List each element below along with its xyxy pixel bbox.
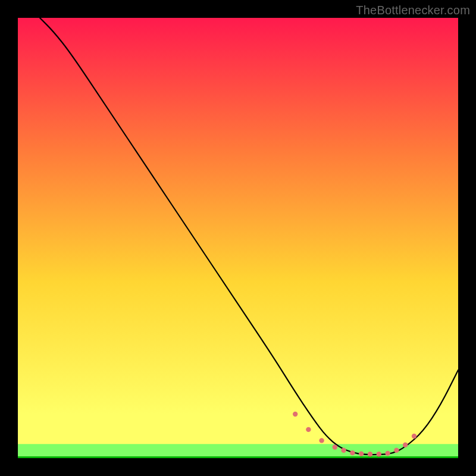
marker-dot	[377, 452, 381, 456]
marker-dot	[341, 448, 346, 453]
marker-dot	[403, 443, 408, 447]
marker-dot	[293, 412, 298, 416]
marker-dot	[306, 427, 311, 432]
green-band	[18, 444, 458, 456]
marker-dot	[368, 452, 372, 456]
marker-dot	[319, 438, 324, 443]
watermark-label: TheBottlenecker.com	[356, 4, 470, 17]
marker-dot	[333, 444, 337, 449]
marker-dot	[412, 434, 416, 439]
bottleneck-chart	[0, 0, 476, 476]
green-baseline	[18, 456, 458, 458]
marker-dot	[350, 450, 355, 455]
marker-dot	[394, 448, 399, 453]
chart-container: TheBottlenecker.com	[0, 0, 476, 476]
marker-dot	[385, 451, 390, 456]
marker-dot	[359, 451, 364, 456]
gradient-background	[18, 18, 458, 458]
